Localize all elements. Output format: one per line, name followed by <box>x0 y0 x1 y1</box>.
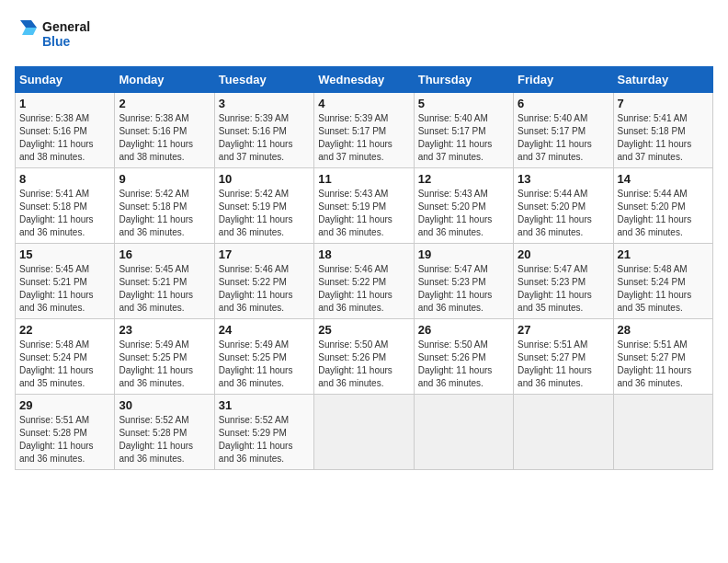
day-info: Sunrise: 5:52 AM Sunset: 5:28 PM Dayligh… <box>119 414 210 465</box>
calendar-cell: 15 Sunrise: 5:45 AM Sunset: 5:21 PM Dayl… <box>16 244 115 319</box>
day-info: Sunrise: 5:51 AM Sunset: 5:28 PM Dayligh… <box>19 414 110 465</box>
calendar-cell <box>514 395 613 470</box>
calendar-week-5: 29 Sunrise: 5:51 AM Sunset: 5:28 PM Dayl… <box>16 395 713 470</box>
day-info: Sunrise: 5:45 AM Sunset: 5:21 PM Dayligh… <box>19 263 110 315</box>
day-header-thursday: Thursday <box>414 67 513 93</box>
day-info: Sunrise: 5:50 AM Sunset: 5:26 PM Dayligh… <box>418 339 509 390</box>
calendar-cell: 17 Sunrise: 5:46 AM Sunset: 5:22 PM Dayl… <box>214 244 313 319</box>
calendar-cell: 27 Sunrise: 5:51 AM Sunset: 5:27 PM Dayl… <box>514 319 613 395</box>
calendar-cell: 4 Sunrise: 5:39 AM Sunset: 5:17 PM Dayli… <box>314 93 414 168</box>
day-number: 4 <box>318 97 409 110</box>
logo: General Blue <box>15 15 116 55</box>
calendar-cell: 7 Sunrise: 5:41 AM Sunset: 5:18 PM Dayli… <box>613 93 712 168</box>
day-number: 27 <box>518 323 609 337</box>
day-info: Sunrise: 5:49 AM Sunset: 5:25 PM Dayligh… <box>119 339 210 390</box>
calendar-cell: 13 Sunrise: 5:44 AM Sunset: 5:20 PM Dayl… <box>514 168 613 244</box>
day-number: 22 <box>19 323 110 337</box>
calendar-week-4: 22 Sunrise: 5:48 AM Sunset: 5:24 PM Dayl… <box>16 319 713 395</box>
day-number: 13 <box>518 172 609 186</box>
day-number: 18 <box>318 247 409 261</box>
day-info: Sunrise: 5:40 AM Sunset: 5:17 PM Dayligh… <box>518 112 609 164</box>
logo-container: General Blue <box>15 15 116 55</box>
day-info: Sunrise: 5:44 AM Sunset: 5:20 PM Dayligh… <box>518 188 609 239</box>
day-info: Sunrise: 5:46 AM Sunset: 5:22 PM Dayligh… <box>318 263 409 315</box>
day-header-saturday: Saturday <box>613 67 712 93</box>
day-number: 30 <box>119 398 210 412</box>
day-info: Sunrise: 5:51 AM Sunset: 5:27 PM Dayligh… <box>618 339 709 390</box>
svg-text:General: General <box>42 19 90 34</box>
day-number: 12 <box>418 172 509 186</box>
day-info: Sunrise: 5:52 AM Sunset: 5:29 PM Dayligh… <box>219 414 310 465</box>
day-number: 7 <box>618 97 709 110</box>
calendar-cell: 11 Sunrise: 5:43 AM Sunset: 5:19 PM Dayl… <box>314 168 414 244</box>
calendar-cell: 24 Sunrise: 5:49 AM Sunset: 5:25 PM Dayl… <box>214 319 313 395</box>
day-number: 10 <box>219 172 310 186</box>
calendar-cell: 6 Sunrise: 5:40 AM Sunset: 5:17 PM Dayli… <box>514 93 613 168</box>
days-header-row: SundayMondayTuesdayWednesdayThursdayFrid… <box>16 67 713 93</box>
day-info: Sunrise: 5:39 AM Sunset: 5:17 PM Dayligh… <box>318 112 409 164</box>
day-number: 24 <box>219 323 310 337</box>
day-info: Sunrise: 5:43 AM Sunset: 5:19 PM Dayligh… <box>318 188 409 239</box>
page-header: General Blue <box>15 15 713 55</box>
calendar-cell: 1 Sunrise: 5:38 AM Sunset: 5:16 PM Dayli… <box>16 93 115 168</box>
calendar-cell <box>613 395 712 470</box>
day-number: 16 <box>119 247 210 261</box>
svg-marker-3 <box>20 20 37 28</box>
day-info: Sunrise: 5:50 AM Sunset: 5:26 PM Dayligh… <box>318 339 409 390</box>
calendar-week-3: 15 Sunrise: 5:45 AM Sunset: 5:21 PM Dayl… <box>16 244 713 319</box>
day-number: 23 <box>119 323 210 337</box>
day-info: Sunrise: 5:47 AM Sunset: 5:23 PM Dayligh… <box>518 263 609 315</box>
day-info: Sunrise: 5:42 AM Sunset: 5:18 PM Dayligh… <box>119 188 210 239</box>
day-info: Sunrise: 5:41 AM Sunset: 5:18 PM Dayligh… <box>19 188 110 239</box>
day-number: 29 <box>19 398 110 412</box>
calendar-cell <box>314 395 414 470</box>
day-info: Sunrise: 5:48 AM Sunset: 5:24 PM Dayligh… <box>618 263 709 315</box>
calendar-week-1: 1 Sunrise: 5:38 AM Sunset: 5:16 PM Dayli… <box>16 93 713 168</box>
calendar-cell: 18 Sunrise: 5:46 AM Sunset: 5:22 PM Dayl… <box>314 244 414 319</box>
calendar-cell: 31 Sunrise: 5:52 AM Sunset: 5:29 PM Dayl… <box>214 395 313 470</box>
calendar-cell: 25 Sunrise: 5:50 AM Sunset: 5:26 PM Dayl… <box>314 319 414 395</box>
day-header-wednesday: Wednesday <box>314 67 414 93</box>
day-number: 3 <box>219 97 310 110</box>
calendar-cell: 16 Sunrise: 5:45 AM Sunset: 5:21 PM Dayl… <box>115 244 214 319</box>
day-number: 21 <box>618 247 709 261</box>
day-info: Sunrise: 5:45 AM Sunset: 5:21 PM Dayligh… <box>119 263 210 315</box>
calendar-cell: 30 Sunrise: 5:52 AM Sunset: 5:28 PM Dayl… <box>115 395 214 470</box>
day-number: 5 <box>418 97 509 110</box>
day-number: 8 <box>19 172 110 186</box>
day-info: Sunrise: 5:46 AM Sunset: 5:22 PM Dayligh… <box>219 263 310 315</box>
day-info: Sunrise: 5:42 AM Sunset: 5:19 PM Dayligh… <box>219 188 310 239</box>
calendar-cell: 23 Sunrise: 5:49 AM Sunset: 5:25 PM Dayl… <box>115 319 214 395</box>
day-header-tuesday: Tuesday <box>214 67 313 93</box>
day-info: Sunrise: 5:40 AM Sunset: 5:17 PM Dayligh… <box>418 112 509 164</box>
day-number: 2 <box>119 97 210 110</box>
day-info: Sunrise: 5:39 AM Sunset: 5:16 PM Dayligh… <box>219 112 310 164</box>
day-number: 9 <box>119 172 210 186</box>
calendar-cell: 9 Sunrise: 5:42 AM Sunset: 5:18 PM Dayli… <box>115 168 214 244</box>
logo-svg: General Blue <box>15 15 116 55</box>
calendar-cell: 3 Sunrise: 5:39 AM Sunset: 5:16 PM Dayli… <box>214 93 313 168</box>
day-number: 26 <box>418 323 509 337</box>
calendar-cell: 10 Sunrise: 5:42 AM Sunset: 5:19 PM Dayl… <box>214 168 313 244</box>
calendar-cell: 14 Sunrise: 5:44 AM Sunset: 5:20 PM Dayl… <box>613 168 712 244</box>
calendar-cell: 20 Sunrise: 5:47 AM Sunset: 5:23 PM Dayl… <box>514 244 613 319</box>
day-info: Sunrise: 5:47 AM Sunset: 5:23 PM Dayligh… <box>418 263 509 315</box>
calendar-cell: 22 Sunrise: 5:48 AM Sunset: 5:24 PM Dayl… <box>16 319 115 395</box>
calendar-cell: 26 Sunrise: 5:50 AM Sunset: 5:26 PM Dayl… <box>414 319 513 395</box>
calendar-cell: 2 Sunrise: 5:38 AM Sunset: 5:16 PM Dayli… <box>115 93 214 168</box>
calendar-cell: 28 Sunrise: 5:51 AM Sunset: 5:27 PM Dayl… <box>613 319 712 395</box>
day-number: 17 <box>219 247 310 261</box>
day-number: 14 <box>618 172 709 186</box>
calendar-cell: 19 Sunrise: 5:47 AM Sunset: 5:23 PM Dayl… <box>414 244 513 319</box>
day-number: 20 <box>518 247 609 261</box>
day-info: Sunrise: 5:43 AM Sunset: 5:20 PM Dayligh… <box>418 188 509 239</box>
svg-text:Blue: Blue <box>42 34 71 49</box>
day-header-monday: Monday <box>115 67 214 93</box>
day-number: 25 <box>318 323 409 337</box>
day-info: Sunrise: 5:44 AM Sunset: 5:20 PM Dayligh… <box>618 188 709 239</box>
calendar-week-2: 8 Sunrise: 5:41 AM Sunset: 5:18 PM Dayli… <box>16 168 713 244</box>
calendar-cell: 21 Sunrise: 5:48 AM Sunset: 5:24 PM Dayl… <box>613 244 712 319</box>
day-number: 31 <box>219 398 310 412</box>
calendar-cell <box>414 395 513 470</box>
day-header-friday: Friday <box>514 67 613 93</box>
